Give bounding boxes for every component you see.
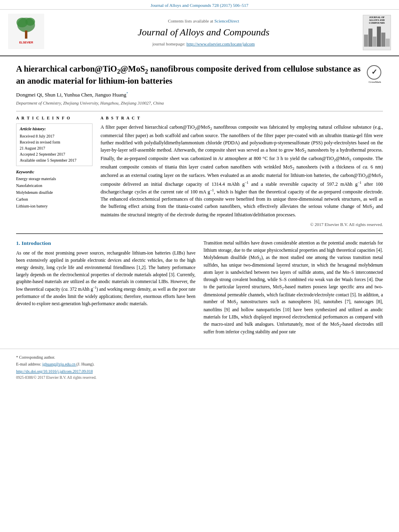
intro-right-col: Transition metal sulfides have drawn con… — [204, 240, 383, 338]
article-info-box: Article history: Received 8 July 2017 Re… — [16, 123, 93, 166]
corresponding-author-note: * Corresponding author. — [16, 355, 383, 360]
footer-copyright: 0925-8388/© 2017 Elsevier B.V. All right… — [16, 375, 383, 380]
intro-right-text: Transition metal sulfides have drawn con… — [204, 240, 383, 336]
article-info-header: A R T I C L E I N F O — [16, 115, 93, 121]
science-direct-link[interactable]: ScienceDirect — [214, 18, 239, 23]
author-names: Dongmei Qi, Shun Li, Yunhua Chen, Jiangu… — [16, 92, 126, 98]
introduction-section: 1. Introduction As one of the most promi… — [16, 240, 383, 338]
abstract-header: A B S T R A C T — [101, 115, 383, 121]
journal-homepage-link[interactable]: http://www.elsevier.com/locate/jalcom — [187, 41, 255, 46]
keywords-label: Keywords: — [16, 169, 93, 175]
cover-title: JOURNAL OF ALLOYS AND COMPOUNDS — [364, 16, 390, 25]
article-info-abstract: A R T I C L E I N F O Article history: R… — [16, 115, 383, 228]
intro-left-col: 1. Introduction As one of the most promi… — [16, 240, 195, 338]
intro-left-text: As one of the most promising power sourc… — [16, 250, 195, 307]
revised-date: 21 August 2017 — [20, 145, 89, 151]
accepted-date: Accepted 2 September 2017 — [20, 151, 89, 157]
abstract-text: A filter paper derived hierarchical carb… — [101, 123, 383, 218]
corresponding-sup: * — [126, 91, 128, 95]
crossmark-label: CrossMark — [367, 80, 383, 84]
email-note: E-mail address: jghuang@zju.edu.cn (J. H… — [16, 362, 383, 367]
abstract-col: A B S T R A C T A filter paper derived h… — [101, 115, 383, 228]
keyword-5: Lithium-ion battery — [16, 203, 93, 210]
journal-citation-bar: Journal of Alloys and Compounds 728 (201… — [0, 0, 399, 10]
divider-2 — [16, 233, 383, 234]
journal-center: Contents lists available at ScienceDirec… — [44, 18, 363, 47]
abstract-copyright: © 2017 Elsevier B.V. All rights reserved… — [101, 222, 383, 228]
keyword-3: Molybdenum disulfide — [16, 189, 93, 196]
email-link[interactable]: jghuang@zju.edu.cn — [42, 362, 76, 366]
keyword-1: Energy storage materials — [16, 175, 93, 182]
history-label: Article history: — [20, 126, 89, 132]
article-body: A hierarchical carbon@TiO2@MoS2 nanofibr… — [0, 56, 399, 347]
article-info-col: A R T I C L E I N F O Article history: R… — [16, 115, 93, 228]
crossmark-badge: ✓ CrossMark — [367, 65, 383, 84]
footer: * Corresponding author. E-mail address: … — [0, 349, 399, 384]
received-date: Received 8 July 2017 — [20, 133, 89, 139]
elsevier-logo: ELSEVIER — [8, 14, 44, 51]
keyword-2: Nanofabrication — [16, 182, 93, 189]
keywords-box: Keywords: Energy storage materials Nanof… — [16, 169, 93, 210]
svg-rect-4 — [25, 31, 27, 39]
divider-1 — [16, 111, 383, 111]
article-title: A hierarchical carbon@TiO2@MoS2 nanofibr… — [16, 64, 363, 87]
cover-bars — [364, 27, 390, 47]
doi-link[interactable]: http://dx.doi.org/10.1016/j.jallcom.2017… — [16, 369, 93, 374]
crossmark-icon: ✓ — [367, 65, 381, 80]
keyword-4: Carbon — [16, 196, 93, 203]
journal-homepage: journal homepage: http://www.elsevier.co… — [44, 41, 363, 47]
journal-header: ELSEVIER Contents lists available at Sci… — [0, 10, 399, 56]
available-date: Available online 5 September 2017 — [20, 157, 89, 163]
journal-cover: JOURNAL OF ALLOYS AND COMPOUNDS — [363, 15, 391, 50]
journal-title: Journal of Alloys and Compounds — [44, 26, 363, 39]
page: Journal of Alloys and Compounds 728 (201… — [0, 0, 399, 384]
revised-label: Received in revised form — [20, 139, 89, 145]
keywords-list: Energy storage materials Nanofabrication… — [16, 175, 93, 210]
journal-citation: Journal of Alloys and Compounds 728 (201… — [151, 3, 249, 8]
affiliation: Department of Chemistry, Zhejiang Univer… — [16, 100, 383, 106]
doi-line: http://dx.doi.org/10.1016/j.jallcom.2017… — [16, 369, 383, 374]
intro-heading: 1. Introduction — [16, 240, 195, 247]
article-title-section: A hierarchical carbon@TiO2@MoS2 nanofibr… — [16, 64, 383, 87]
svg-point-3 — [25, 18, 35, 26]
svg-text:ELSEVIER: ELSEVIER — [19, 41, 33, 44]
authors: Dongmei Qi, Shun Li, Yunhua Chen, Jiangu… — [16, 91, 383, 99]
science-direct-text: Contents lists available at ScienceDirec… — [44, 18, 363, 24]
